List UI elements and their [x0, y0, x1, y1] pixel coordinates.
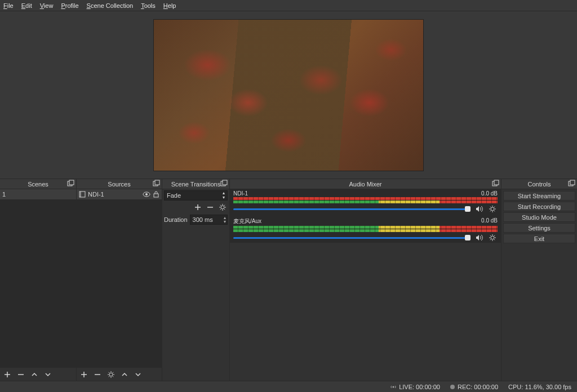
menu-view[interactable]: View: [40, 2, 54, 9]
preview-area: [0, 11, 577, 179]
mixer-panel: Audio Mixer NDI-1 0.0 dB: [230, 179, 501, 381]
add-source-button[interactable]: [79, 369, 89, 380]
source-down-button[interactable]: [133, 369, 143, 380]
menu-edit[interactable]: Edit: [21, 2, 32, 9]
start-recording-button[interactable]: Start Recording: [503, 202, 575, 211]
volume-slider[interactable]: [233, 205, 471, 213]
scenes-list[interactable]: 1: [0, 189, 76, 367]
scenes-panel: Scenes 1: [0, 179, 77, 381]
mixer-channel-name: 麦克风/Aux: [233, 217, 261, 225]
popout-icon[interactable]: [152, 180, 160, 188]
gear-icon[interactable]: [487, 233, 498, 243]
audio-meter: [233, 226, 498, 232]
svg-point-11: [221, 206, 224, 209]
menu-bar: File Edit View Profile Scene Collection …: [0, 0, 577, 11]
add-scene-button[interactable]: [2, 369, 12, 380]
scene-up-button[interactable]: [29, 369, 39, 380]
svg-rect-13: [494, 180, 499, 185]
popout-icon[interactable]: [220, 180, 228, 188]
record-dot-icon: [450, 385, 455, 389]
svg-point-8: [109, 373, 113, 376]
svg-rect-10: [223, 180, 227, 185]
status-cpu: CPU: 11.6%, 30.00 fps: [508, 384, 571, 390]
mixer-channel: NDI-1 0.0 dB: [233, 190, 498, 214]
transition-properties-button[interactable]: [218, 202, 228, 212]
volume-slider[interactable]: [233, 234, 471, 242]
transitions-panel: Scene Transitions Fade ▴▾ Duration 300 m…: [162, 179, 230, 381]
duration-input[interactable]: 300 ms ▴▾: [190, 215, 228, 225]
transitions-title: Scene Transitions: [171, 181, 220, 188]
popout-icon[interactable]: [491, 180, 499, 188]
duration-value: 300 ms: [193, 216, 213, 223]
audio-meter: [233, 197, 498, 203]
status-bar: LIVE: 00:00:00 REC: 00:00:00 CPU: 11.6%,…: [0, 381, 577, 392]
transition-select[interactable]: Fade ▴▾: [164, 190, 228, 201]
remove-transition-button[interactable]: [205, 202, 215, 212]
controls-header: Controls: [501, 179, 577, 189]
sources-title: Sources: [108, 181, 130, 188]
spinner-arrows-icon[interactable]: ▴▾: [224, 216, 226, 224]
popout-icon[interactable]: [66, 180, 74, 188]
sources-header: Sources: [77, 179, 162, 189]
remove-scene-button[interactable]: [16, 369, 26, 380]
transition-current: Fade: [167, 192, 181, 199]
status-live: LIVE: 00:00:00: [390, 384, 440, 390]
menu-help[interactable]: Help: [163, 2, 176, 9]
transitions-header: Scene Transitions: [162, 179, 229, 189]
scene-down-button[interactable]: [43, 369, 53, 380]
mixer-body: NDI-1 0.0 dB: [230, 189, 501, 243]
svg-rect-3: [155, 180, 159, 185]
status-rec: REC: 00:00:00: [450, 384, 498, 390]
speaker-icon[interactable]: [474, 204, 484, 214]
menu-file[interactable]: File: [3, 2, 14, 9]
source-up-button[interactable]: [119, 369, 130, 380]
duration-label: Duration: [164, 216, 188, 223]
svg-point-6: [145, 193, 148, 195]
scene-item-label: 1: [2, 191, 6, 198]
menu-scene-collection[interactable]: Scene Collection: [87, 2, 134, 9]
chevron-down-icon: ▴▾: [223, 191, 225, 200]
gear-icon[interactable]: [487, 204, 498, 214]
scene-item[interactable]: 1: [0, 189, 76, 199]
studio-mode-button[interactable]: Studio Mode: [503, 212, 575, 222]
settings-button[interactable]: Settings: [503, 223, 575, 233]
mixer-channel-db: 0.0 dB: [481, 217, 498, 225]
remove-source-button[interactable]: [92, 369, 103, 380]
mixer-channel-name: NDI-1: [233, 190, 248, 197]
broadcast-icon: [390, 384, 396, 390]
mixer-header: Audio Mixer: [230, 179, 501, 189]
menu-profile[interactable]: Profile: [61, 2, 78, 9]
svg-rect-1: [69, 180, 74, 185]
add-transition-button[interactable]: [193, 202, 203, 212]
svg-rect-7: [154, 194, 158, 197]
svg-point-14: [491, 207, 494, 211]
svg-point-15: [491, 236, 494, 239]
source-properties-button[interactable]: [106, 369, 116, 380]
scenes-header: Scenes: [0, 179, 76, 189]
mixer-title: Audio Mixer: [349, 181, 381, 188]
menu-tools[interactable]: Tools: [141, 2, 156, 9]
source-item[interactable]: NDI-1: [77, 189, 162, 199]
controls-body: Start Streaming Start Recording Studio M…: [501, 189, 577, 245]
transitions-body: Fade ▴▾ Duration 300 ms ▴▾: [162, 189, 229, 226]
controls-panel: Controls Start Streaming Start Recording…: [501, 179, 577, 381]
lock-icon[interactable]: [153, 191, 159, 198]
mixer-channel-db: 0.0 dB: [481, 190, 498, 197]
mixer-channel: 麦克风/Aux 0.0 dB: [233, 217, 498, 243]
preview-canvas[interactable]: [153, 19, 424, 171]
visibility-icon[interactable]: [143, 191, 150, 198]
svg-point-18: [393, 386, 394, 387]
sources-panel: Sources NDI-1: [77, 179, 162, 381]
popout-icon[interactable]: [567, 180, 575, 188]
sources-toolbar: [77, 367, 162, 381]
exit-button[interactable]: Exit: [503, 234, 575, 243]
speaker-icon[interactable]: [474, 233, 484, 243]
start-streaming-button[interactable]: Start Streaming: [503, 191, 575, 201]
source-item-label: NDI-1: [88, 191, 104, 198]
source-type-icon: [79, 191, 86, 198]
controls-title: Controls: [528, 181, 551, 188]
svg-rect-17: [570, 180, 575, 185]
dock-row: Scenes 1 Sources: [0, 179, 577, 381]
sources-list[interactable]: NDI-1: [77, 189, 162, 367]
scenes-title: Scenes: [28, 181, 48, 188]
